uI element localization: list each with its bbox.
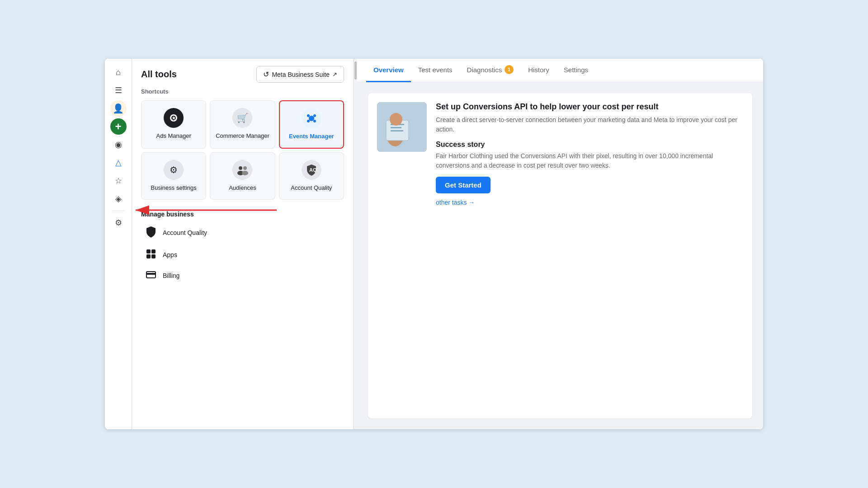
refresh-icon: ↺ <box>263 70 269 79</box>
tab-settings[interactable]: Settings <box>557 59 595 82</box>
svg-point-7 <box>313 120 316 122</box>
all-tools-header: All tools ↺ Meta Business Suite ↗ <box>132 59 353 88</box>
svg-point-8 <box>239 166 242 170</box>
shortcut-account-quality[interactable]: AQ Account Quality <box>279 152 344 200</box>
other-tasks-link[interactable]: other tasks → <box>436 199 743 206</box>
manage-billing[interactable]: Billing <box>141 266 344 286</box>
card-image <box>377 102 427 152</box>
scroll-indicator[interactable] <box>354 59 357 429</box>
sidebar-separator <box>112 211 125 211</box>
svg-text:AQ: AQ <box>309 167 317 173</box>
sidebar-icons: ⌂ ☰ 👤 + ◉ △ ☆ ◈ ⚙ <box>105 59 132 429</box>
shortcuts-section: Shortcuts Ads Manager <box>132 88 353 207</box>
events-manager-label: Events Manager <box>289 133 334 141</box>
svg-point-11 <box>242 171 248 175</box>
sidebar-home-btn[interactable]: ⌂ <box>110 64 127 80</box>
svg-point-3 <box>309 116 314 121</box>
card-title: Set up Conversions API to help lower you… <box>436 102 743 112</box>
svg-point-5 <box>313 114 316 117</box>
ads-manager-icon <box>164 108 184 128</box>
svg-rect-14 <box>151 249 156 253</box>
svg-rect-18 <box>146 273 156 275</box>
sidebar-settings-btn[interactable]: ⚙ <box>110 215 127 231</box>
shortcut-events-manager[interactable]: Events Manager <box>279 100 344 149</box>
svg-rect-24 <box>391 130 403 131</box>
sidebar-menu-btn[interactable]: ☰ <box>110 82 127 99</box>
sidebar-triangle-btn[interactable]: △ <box>110 155 127 171</box>
billing-list-label: Billing <box>163 272 179 279</box>
all-tools-title: All tools <box>141 69 177 80</box>
apps-list-icon <box>145 249 157 261</box>
tab-diagnostics[interactable]: Diagnostics 1 <box>460 59 521 82</box>
account-quality-list-icon <box>145 226 157 240</box>
sidebar-person-btn[interactable]: 👤 <box>110 100 127 117</box>
svg-rect-16 <box>151 254 156 258</box>
sidebar-gauge-btn[interactable]: ◉ <box>110 136 127 153</box>
conversions-api-card: Set up Conversions API to help lower you… <box>368 93 752 418</box>
manage-apps[interactable]: Apps <box>141 244 344 266</box>
sidebar-plus-btn[interactable]: + <box>110 118 127 135</box>
audiences-icon <box>232 160 252 180</box>
svg-rect-15 <box>146 254 151 258</box>
diagnostics-badge: 1 <box>505 65 514 74</box>
commerce-manager-label: Commerce Manager <box>216 132 269 140</box>
apps-list-label: Apps <box>163 251 177 258</box>
meta-business-suite-btn[interactable]: ↺ Meta Business Suite ↗ <box>256 66 344 83</box>
business-settings-icon: ⚙ <box>164 160 184 180</box>
svg-point-6 <box>307 120 310 122</box>
shortcut-commerce-manager[interactable]: 🛒 Commerce Manager <box>210 100 275 149</box>
account-quality-shortcut-label: Account Quality <box>291 184 332 192</box>
manage-business-section: Manage business Account Quality <box>132 207 353 293</box>
svg-point-25 <box>390 113 402 126</box>
business-settings-label: Business settings <box>151 184 197 192</box>
shortcuts-section-title: Shortcuts <box>141 88 344 95</box>
events-manager-icon <box>302 108 321 128</box>
manage-account-quality[interactable]: Account Quality <box>141 221 344 244</box>
svg-rect-23 <box>391 127 401 128</box>
card-body: Set up Conversions API to help lower you… <box>436 102 743 409</box>
all-tools-panel: All tools ↺ Meta Business Suite ↗ Shortc… <box>132 59 354 429</box>
sidebar-diamond-btn[interactable]: ◈ <box>110 191 127 207</box>
success-story-desc: Fair Harbor Clothing used the Conversion… <box>436 151 743 170</box>
svg-point-9 <box>243 166 247 170</box>
external-link-icon: ↗ <box>332 71 337 78</box>
meta-business-btn-label: Meta Business Suite <box>272 71 330 78</box>
account-quality-list-label: Account Quality <box>163 229 207 236</box>
shortcut-business-settings[interactable]: ⚙ Business settings <box>141 152 206 200</box>
svg-point-4 <box>307 114 310 117</box>
audiences-label: Audiences <box>229 184 256 192</box>
main-body: Set up Conversions API to help lower you… <box>357 82 763 429</box>
commerce-manager-icon: 🛒 <box>232 108 252 128</box>
sidebar-star-btn[interactable]: ☆ <box>110 173 127 189</box>
card-description: Create a direct server-to-server connect… <box>436 115 743 134</box>
shortcut-audiences[interactable]: Audiences <box>210 152 275 200</box>
main-content: Overview Test events Diagnostics 1 Histo… <box>357 59 763 429</box>
shortcut-ads-manager[interactable]: Ads Manager <box>141 100 206 149</box>
get-started-button[interactable]: Get Started <box>436 177 491 193</box>
tab-test-events[interactable]: Test events <box>411 59 460 82</box>
ads-manager-label: Ads Manager <box>156 132 191 140</box>
scroll-thumb <box>354 61 357 80</box>
tab-history[interactable]: History <box>521 59 557 82</box>
manage-business-title: Manage business <box>141 211 344 218</box>
tab-overview[interactable]: Overview <box>366 59 411 82</box>
shortcuts-grid: Ads Manager 🛒 Commerce Manager <box>141 100 344 200</box>
tab-bar: Overview Test events Diagnostics 1 Histo… <box>357 59 763 82</box>
billing-list-icon <box>145 270 157 282</box>
success-story-title: Success story <box>436 141 743 149</box>
account-quality-icon: AQ <box>302 160 321 180</box>
svg-rect-13 <box>146 249 151 253</box>
